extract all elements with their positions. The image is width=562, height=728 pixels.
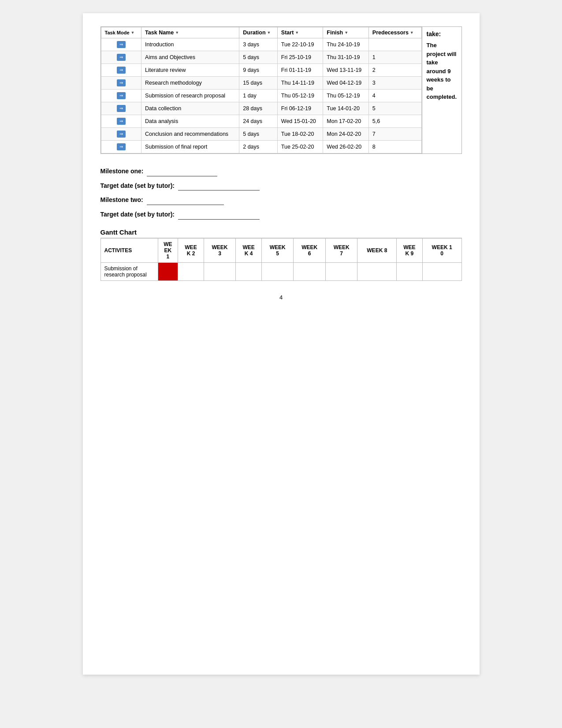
duration-cell: 24 days (239, 115, 278, 128)
predecessors-cell: 3 (368, 77, 421, 90)
table-row: Aims and Objectives5 daysFri 25-10-19Thu… (101, 51, 421, 64)
th-task-mode-label: Task Mode (105, 30, 130, 36)
th-start: Start ▼ (277, 27, 323, 38)
page: Task Mode ▼ Task Name ▼ Duration ▼ (83, 13, 480, 675)
start-cell: Tue 18-02-20 (277, 128, 323, 141)
gantt-th-week1: WEEK1 (158, 238, 178, 262)
task-name-cell: Conclusion and recommendations (141, 128, 239, 141)
gantt-th-week10: WEEK 10 (422, 238, 462, 262)
gantt-th-week3: WEEK3 (204, 238, 236, 262)
th-task-mode: Task Mode ▼ (101, 27, 141, 38)
duration-cell: 15 days (239, 77, 278, 90)
side-note-take: take: (427, 30, 457, 37)
table-row: Literature review9 daysFri 01-11-19Wed 1… (101, 64, 421, 77)
gantt-th-activities: ACTIVITES (100, 238, 158, 262)
th-predecessors: Predecessors ▼ (368, 27, 421, 38)
side-note-text: The project will take around 9 weeks to … (427, 41, 457, 101)
predecessors-cell: 5,6 (368, 115, 421, 128)
gantt-bar-cell (178, 262, 204, 280)
task-mode-cell (101, 115, 141, 128)
duration-cell: 28 days (239, 102, 278, 115)
milestone-two-line: Milestone two: (100, 196, 462, 205)
task-mode-cell (101, 64, 141, 77)
task-mode-cell (101, 102, 141, 115)
target-date-one-line: Target date (set by tutor): (100, 182, 462, 191)
table-row: Data collection28 daysFri 06-12-19Tue 14… (101, 102, 421, 115)
sort-arrow-task-name: ▼ (175, 30, 179, 35)
finish-cell: Thu 31-10-19 (323, 51, 369, 64)
milestone-one-field[interactable] (147, 167, 217, 176)
sort-arrow-predecessors: ▼ (410, 30, 414, 35)
task-mode-icon (117, 54, 126, 61)
gantt-bar-cell (158, 262, 178, 280)
duration-cell: 9 days (239, 64, 278, 77)
task-mode-icon (117, 105, 126, 112)
gantt-bar-cell (204, 262, 236, 280)
task-mode-cell (101, 51, 141, 64)
predecessors-cell: 5 (368, 102, 421, 115)
gantt-th-week8: WEEK 8 (357, 238, 397, 262)
target-date-one-field[interactable] (178, 182, 260, 191)
side-note: take: The project will take around 9 wee… (422, 27, 462, 153)
gantt-th-week6: WEEK6 (294, 238, 326, 262)
sort-arrow-task-mode: ▼ (131, 30, 135, 35)
gantt-bar-cell (294, 262, 326, 280)
sort-arrow-start: ▼ (295, 30, 299, 35)
milestone-one-line: Milestone one: (100, 167, 462, 176)
start-cell: Wed 15-01-20 (277, 115, 323, 128)
start-cell: Thu 05-12-19 (277, 90, 323, 102)
predecessors-cell (368, 38, 421, 51)
predecessors-cell: 2 (368, 64, 421, 77)
target-date-two-field[interactable] (178, 210, 260, 220)
gantt-th-week7: WEEK7 (325, 238, 357, 262)
finish-cell: Mon 17-02-20 (323, 115, 369, 128)
gantt-th-week9: WEEK 9 (397, 238, 423, 262)
duration-cell: 2 days (239, 141, 278, 153)
th-predecessors-label: Predecessors (372, 30, 409, 36)
page-number-value: 4 (279, 294, 283, 301)
task-mode-icon (117, 118, 126, 125)
start-cell: Tue 25-02-20 (277, 141, 323, 153)
milestone-section: Milestone one: Target date (set by tutor… (100, 167, 462, 219)
gantt-bar-cell (325, 262, 357, 280)
gantt-bar-cell (261, 262, 294, 280)
gantt-bar-cell (422, 262, 462, 280)
gantt-chart-section: Gantt Chart ACTIVITES WEEK1 WEEK 2 WEEK3… (100, 228, 462, 281)
predecessors-cell: 8 (368, 141, 421, 153)
task-name-cell: Introduction (141, 38, 239, 51)
finish-cell: Wed 04-12-19 (323, 77, 369, 90)
task-name-cell: Data analysis (141, 115, 239, 128)
task-mode-cell (101, 38, 141, 51)
task-name-cell: Aims and Objectives (141, 51, 239, 64)
task-mode-cell (101, 141, 141, 153)
task-name-cell: Data collection (141, 102, 239, 115)
gantt-bar-cell (236, 262, 262, 280)
task-mode-cell (101, 77, 141, 90)
task-name-cell: Research methodology (141, 77, 239, 90)
th-task-name-label: Task Name (145, 30, 174, 36)
table-row: Conclusion and recommendations5 daysTue … (101, 128, 421, 141)
milestone-two-field[interactable] (147, 196, 224, 205)
gantt-th-week5: WEEK5 (261, 238, 294, 262)
predecessors-cell: 4 (368, 90, 421, 102)
task-name-cell: Submission of research proposal (141, 90, 239, 102)
predecessors-cell: 1 (368, 51, 421, 64)
th-finish-label: Finish (327, 30, 343, 36)
task-mode-icon (117, 67, 126, 74)
gantt-chart-table: ACTIVITES WEEK1 WEEK 2 WEEK3 WEEK 4 WEEK… (100, 238, 462, 281)
table-row: Introduction3 daysTue 22-10-19Thu 24-10-… (101, 38, 421, 51)
task-name-cell: Submission of final report (141, 141, 239, 153)
gantt-chart-title: Gantt Chart (100, 228, 462, 238)
finish-cell: Tue 14-01-20 (323, 102, 369, 115)
task-mode-cell (101, 128, 141, 141)
gantt-bar-cell (397, 262, 423, 280)
target-date-two-line: Target date (set by tutor): (100, 210, 462, 220)
table-row: Data analysis24 daysWed 15-01-20Mon 17-0… (101, 115, 421, 128)
table-row: Research methodology15 daysThu 14-11-19W… (101, 77, 421, 90)
duration-cell: 5 days (239, 51, 278, 64)
gantt-th-week2: WEEK 2 (178, 238, 204, 262)
table-row: Submission of research proposal1 dayThu … (101, 90, 421, 102)
finish-cell: Thu 05-12-19 (323, 90, 369, 102)
gantt-th-week4: WEEK 4 (236, 238, 262, 262)
task-mode-icon (117, 41, 126, 48)
